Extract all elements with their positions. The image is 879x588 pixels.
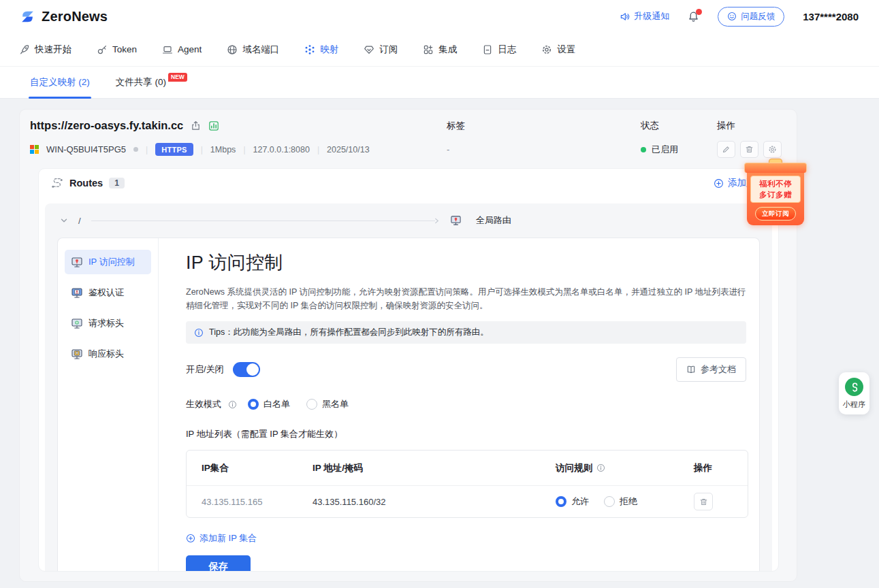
sidebar-item-response-headers[interactable]: 响应标头 [65, 342, 151, 366]
grid-plus-icon [423, 44, 434, 55]
nav-item-logs[interactable]: 日志 [482, 44, 516, 56]
whitelist-radio[interactable]: 白名单 [248, 398, 290, 410]
nav-item-settings[interactable]: 设置 [541, 44, 575, 56]
top-bar: ZeroNews 升级通知 问题反馈 137****2080 [0, 0, 879, 33]
monitor-response-icon [71, 348, 83, 360]
route-target-monitor-icon [450, 215, 462, 226]
logo-text: ZeroNews [42, 9, 108, 24]
rule-info-icon[interactable] [596, 463, 605, 472]
nav-item-integration[interactable]: 集成 [423, 44, 457, 56]
content-area: https://zero-oasys.fy.takin.cc 标签 状态 操作 … [0, 99, 879, 588]
row-delete-button[interactable] [694, 493, 713, 510]
nav-item-subscription[interactable]: 订阅 [364, 44, 398, 56]
trash-icon [745, 145, 754, 154]
enable-toggle[interactable] [233, 362, 260, 377]
traffic-chart-icon[interactable] [208, 120, 219, 131]
mapping-details: WIN-Q5BUI4T5PG5 | HTTPS | 1Mbps | 127.0.… [30, 143, 447, 156]
logo[interactable]: ZeroNews [19, 8, 108, 25]
rocket-icon [19, 44, 30, 55]
agent-offline-dot [133, 147, 138, 152]
sidebar-item-auth[interactable]: 鉴权认证 [65, 280, 151, 305]
config-sidebar: IP 访问控制 鉴权认证 [58, 238, 159, 571]
blacklist-radio[interactable]: 黑名单 [306, 398, 349, 410]
trash-icon [699, 497, 708, 506]
allow-radio[interactable]: 允许 [556, 495, 589, 508]
divider: | [243, 145, 245, 154]
allow-label: 允许 [571, 495, 589, 508]
mapping-url[interactable]: https://zero-oasys.fy.takin.cc [30, 119, 183, 132]
share-icon[interactable] [191, 120, 201, 131]
document-icon [482, 44, 493, 55]
monitor-pin-icon [71, 257, 83, 268]
whitelist-label: 白名单 [263, 398, 290, 410]
th-action: 操作 [694, 462, 733, 474]
reference-doc-button[interactable]: 参考文档 [676, 357, 746, 382]
nav-item-agent[interactable]: Agent [162, 44, 202, 55]
ip-table: IP集合 IP 地址/掩码 访问规则 操作 [186, 450, 748, 518]
network-nodes-icon [304, 44, 315, 55]
promo-body: 福利不停 多订多赠 立即订阅 [747, 173, 804, 225]
notification-bell[interactable] [688, 11, 699, 22]
add-ip-set-link[interactable]: 添加新 IP 集合 [186, 532, 257, 544]
feedback-button[interactable]: 问题反馈 [718, 7, 784, 27]
delete-button[interactable] [740, 141, 758, 158]
column-header-tag: 标签 [447, 120, 641, 132]
chevron-down-icon[interactable] [60, 216, 68, 225]
globe-icon [227, 44, 238, 55]
mini-program-widget[interactable]: 小程序 [839, 372, 869, 414]
route-panel: / 全局路由 [45, 203, 772, 571]
radio-checked-icon [556, 496, 566, 507]
mode-info-icon[interactable] [228, 400, 237, 409]
add-ip-set-label: 添加新 IP 集合 [199, 532, 257, 544]
subscribe-now-button[interactable]: 立即订阅 [755, 207, 796, 220]
protocol-badge: HTTPS [155, 143, 193, 156]
nav-label: 日志 [498, 44, 516, 56]
route-name: 全局路由 [476, 214, 511, 227]
deny-radio[interactable]: 拒绝 [604, 495, 637, 508]
info-circle-icon [194, 328, 204, 338]
save-button[interactable]: 保存 [186, 555, 251, 571]
main-nav: 快速开始 Token Agent 域名端口 映射 订阅 集成 日志 [0, 33, 879, 67]
created-date: 2025/10/13 [327, 145, 370, 154]
nav-item-mapping[interactable]: 映射 [304, 44, 338, 56]
config-button[interactable] [763, 141, 782, 158]
tab-custom-mapping[interactable]: 自定义映射 (2) [30, 67, 90, 98]
nav-item-domain-port[interactable]: 域名端口 [227, 44, 279, 56]
sidebar-item-request-headers[interactable]: 请求标头 [65, 311, 151, 336]
th-ip-set: IP集合 [202, 462, 313, 474]
routes-header: Routes 1 添加路由 [39, 169, 778, 197]
monitor-request-icon [71, 318, 83, 329]
sidebar-item-label: 请求标头 [89, 317, 124, 329]
upgrade-notice-link[interactable]: 升级通知 [620, 10, 669, 22]
tab-file-share[interactable]: 文件共享 (0) NEW [116, 67, 187, 98]
ip-table-header: IP集合 IP 地址/掩码 访问规则 操作 [187, 451, 748, 486]
route-path: / [78, 216, 81, 226]
page: ZeroNews 升级通知 问题反馈 137****2080 [0, 0, 879, 588]
routes-count-badge: 1 [109, 178, 125, 189]
gem-icon [364, 44, 374, 55]
route-row[interactable]: / 全局路由 [45, 203, 772, 238]
promo-banner[interactable]: 福利不停 多订多赠 立即订阅 [747, 159, 804, 225]
edit-button[interactable] [717, 141, 735, 158]
sidebar-item-label: IP 访问控制 [89, 256, 135, 268]
book-icon [686, 365, 696, 374]
topbar-right: 升级通知 问题反馈 137****2080 [620, 7, 859, 27]
feedback-label: 问题反馈 [741, 11, 775, 22]
mini-program-icon [845, 378, 863, 396]
status-label: 已启用 [652, 144, 678, 156]
pencil-icon [722, 145, 731, 154]
tips-text: Tips：此功能为全局路由，所有操作配置都会同步到此映射下的所有路由。 [209, 327, 489, 338]
th-ip-cidr: IP 地址/掩码 [313, 462, 556, 474]
radio-unchecked-icon [306, 399, 317, 410]
nav-item-quickstart[interactable]: 快速开始 [19, 44, 71, 56]
account-phone[interactable]: 137****2080 [803, 11, 859, 22]
ip-set-value: 43.135.115.165 [202, 497, 313, 507]
sidebar-item-ip-access-control[interactable]: IP 访问控制 [65, 250, 151, 274]
tag-value: - [447, 144, 641, 154]
divider: | [201, 145, 203, 154]
key-icon [97, 44, 108, 55]
divider: | [146, 145, 148, 154]
nav-item-token[interactable]: Token [97, 44, 137, 55]
mode-label: 生效模式 [186, 398, 221, 410]
promo-line2: 多订多赠 [752, 190, 799, 201]
